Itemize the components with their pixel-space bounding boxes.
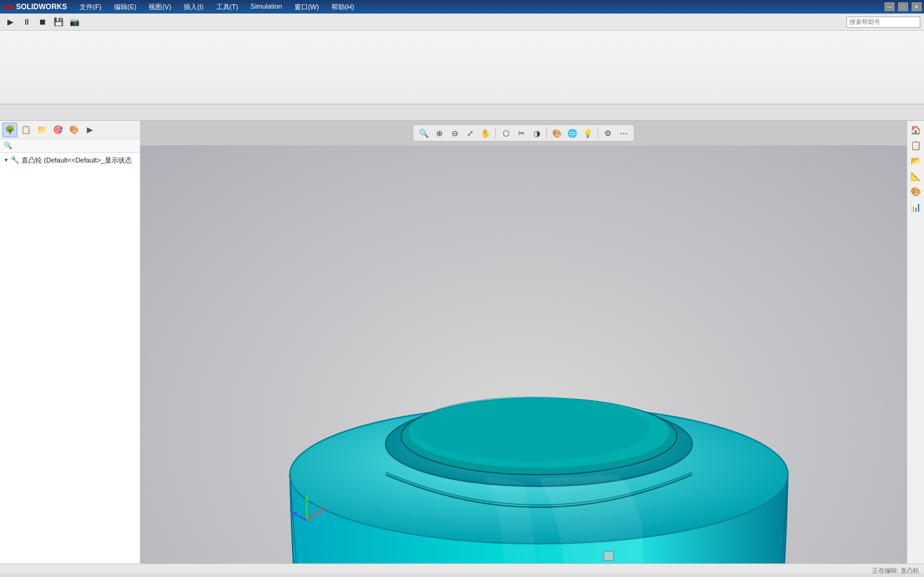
svg-marker-43 <box>319 510 323 514</box>
pause-button[interactable]: ⏸ <box>20 15 33 29</box>
zoom-area-button[interactable]: 🔍 <box>417 126 431 140</box>
3d-model-canvas <box>140 145 907 563</box>
feature-tree-button[interactable]: 🌳 <box>2 123 17 137</box>
zoom-in-button[interactable]: ⊕ <box>432 126 446 140</box>
window-controls: — □ ✕ <box>885 2 922 11</box>
sidebar-filter: 🔍 <box>0 139 140 153</box>
rp-list-button[interactable]: 📊 <box>909 200 923 214</box>
root-label: 直凸轮 (Default<<Default>_显示状态 <box>22 156 137 165</box>
rp-home-button[interactable]: 🏠 <box>909 123 923 137</box>
menu-item[interactable]: 帮助(H) <box>329 2 357 12</box>
appearance-button[interactable]: 🎨 <box>67 123 81 137</box>
scene-button[interactable]: 🌐 <box>565 126 579 140</box>
feature-tree: ▼ 🔧 直凸轮 (Default<<Default>_显示状态 <box>0 153 140 563</box>
pan-button[interactable]: ✋ <box>479 126 492 140</box>
menu-item[interactable]: 工具(T) <box>214 2 241 12</box>
sidebar-toolbar: 🌳 📋 📁 🎯 🎨 ▶ <box>0 121 140 139</box>
view-cube-button[interactable]: ⬡ <box>499 126 513 140</box>
quick-access-toolbar: ▶ ⏸ ⏹ 💾 📷 <box>0 14 924 31</box>
svg-rect-41 <box>604 551 614 560</box>
search-input[interactable] <box>846 17 920 28</box>
maximize-button[interactable]: □ <box>898 2 908 11</box>
menu-item[interactable]: 编辑(E) <box>111 2 139 12</box>
filter-icon: 🔍 <box>4 142 12 150</box>
svg-line-42 <box>307 511 319 520</box>
menu-bar: 文件(F)编辑(E)视图(V)插入(I)工具(T)Simulation窗口(W)… <box>77 2 357 12</box>
svg-text:y: y <box>307 490 310 496</box>
tree-root[interactable]: ▼ 🔧 直凸轮 (Default<<Default>_显示状态 <box>0 154 140 166</box>
rp-layers-button[interactable]: 📂 <box>909 154 923 167</box>
svg-text:z: z <box>290 507 293 513</box>
appearance-button2[interactable]: 🎨 <box>550 126 564 140</box>
screenshot-button[interactable]: 📷 <box>68 15 81 29</box>
minimize-button[interactable]: — <box>885 2 894 11</box>
ribbon <box>0 31 924 105</box>
root-icon: 🔧 <box>10 155 20 165</box>
display-mode-button[interactable]: ◑ <box>530 126 543 140</box>
close-button[interactable]: ✕ <box>912 2 922 11</box>
config-manager-button[interactable]: 📁 <box>34 123 49 137</box>
title-bar: DS SOLIDWORKS 文件(F)编辑(E)视图(V)插入(I)工具(T)S… <box>0 0 924 14</box>
svg-point-38 <box>413 397 650 461</box>
stop-button[interactable]: ⏹ <box>36 15 49 29</box>
sidebar: 🌳 📋 📁 🎯 🎨 ▶ 🔍 ▼ 🔧 直凸轮 (Default<<Default>… <box>0 121 140 563</box>
section-view-button[interactable]: ✂ <box>514 126 528 140</box>
app-logo: DS SOLIDWORKS <box>2 2 67 12</box>
rp-measure-button[interactable]: 📐 <box>909 169 923 183</box>
svg-marker-46 <box>305 496 309 500</box>
main-area: 🌳 📋 📁 🎯 🎨 ▶ 🔍 ▼ 🔧 直凸轮 (Default<<Default>… <box>0 121 924 563</box>
toolbar-divider2 <box>546 127 547 139</box>
rp-color-button[interactable]: 🎨 <box>909 185 923 198</box>
rp-view-button[interactable]: 📋 <box>909 139 923 152</box>
property-manager-button[interactable]: 📋 <box>18 123 33 137</box>
menu-item[interactable]: 窗口(W) <box>292 2 322 12</box>
axis-indicator: x y z <box>288 490 325 527</box>
menu-item[interactable]: 视图(V) <box>146 2 174 12</box>
toolbar-divider3 <box>598 127 598 139</box>
root-expand[interactable]: ▼ <box>2 156 10 164</box>
right-panel: 🏠 📋 📂 📐 🎨 📊 <box>907 121 924 563</box>
save-button[interactable]: 💾 <box>52 15 65 29</box>
svg-text:x: x <box>323 504 325 510</box>
zoom-fit-button[interactable]: ⤢ <box>463 126 477 140</box>
more-button[interactable]: ⋯ <box>617 126 630 140</box>
render-button[interactable]: 💡 <box>581 126 594 140</box>
view-settings-button[interactable]: ⚙ <box>601 126 615 140</box>
tab-bar <box>0 105 924 121</box>
viewport-toolbar: 🔍 ⊕ ⊖ ⤢ ✋ ⬡ ✂ ◑ 🎨 🌐 💡 ⚙ ⋯ <box>413 124 634 142</box>
center-button[interactable]: 🎯 <box>51 123 65 137</box>
menu-item[interactable]: 插入(I) <box>181 2 206 12</box>
sw-logo: SOLIDWORKS <box>16 2 67 11</box>
zoom-out-button[interactable]: ⊖ <box>448 126 461 140</box>
viewport[interactable]: 🔍 ⊕ ⊖ ⤢ ✋ ⬡ ✂ ◑ 🎨 🌐 💡 ⚙ ⋯ <box>140 121 907 563</box>
menu-item[interactable]: 文件(F) <box>77 2 104 12</box>
ds-logo: DS <box>2 2 14 12</box>
play-button[interactable]: ▶ <box>4 15 17 29</box>
expand-button[interactable]: ▶ <box>83 123 97 137</box>
toolbar-divider <box>495 127 496 139</box>
menu-item[interactable]: Simulation <box>248 2 285 12</box>
